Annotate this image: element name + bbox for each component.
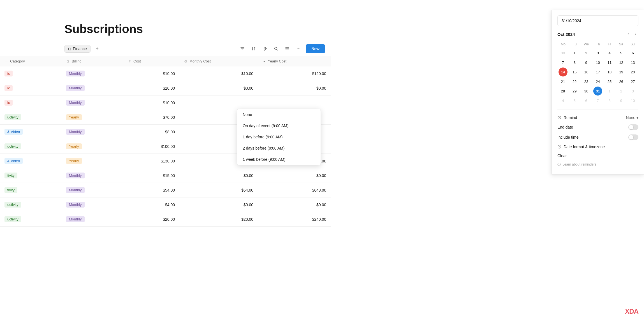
search-icon[interactable] (272, 45, 280, 53)
cell-cost: $100.00 (123, 141, 179, 152)
date-input[interactable] (557, 15, 638, 26)
calendar-day[interactable]: 7 (593, 96, 602, 105)
calendar-day[interactable]: 17 (593, 68, 602, 76)
calendar-day[interactable]: 30 (582, 87, 591, 96)
calendar-day[interactable]: 28 (559, 87, 567, 96)
cell-category: tivity (0, 184, 62, 196)
table-row[interactable]: tivity Monthly $54.00 $54.00 $648.00 (0, 183, 331, 197)
category-tag: uctivity (4, 216, 21, 222)
billing-tag: Monthly (66, 173, 85, 178)
sort-icon[interactable] (250, 45, 258, 53)
dropdown-item[interactable]: 2 days before (9:00 AM) (237, 143, 321, 154)
calendar-week-header: Th (592, 41, 604, 47)
add-tab-button[interactable]: + (94, 45, 101, 52)
cell-billing: Monthly (62, 68, 123, 79)
table-row[interactable]: ic Monthly $10.00 $10.00 $120.00 (0, 66, 331, 81)
calendar-day[interactable]: 14 (559, 68, 567, 76)
calendar-day[interactable]: 31 (593, 87, 602, 96)
calendar-grid: MoTuWeThFrSaSu 3012345678910111213141516… (557, 41, 638, 105)
lightning-icon[interactable] (261, 45, 269, 53)
calendar-day[interactable]: 20 (628, 68, 637, 76)
table-row[interactable]: ic Monthly $10.00 (0, 96, 331, 110)
calendar-day[interactable]: 8 (570, 58, 579, 67)
calendar-day[interactable]: 19 (617, 68, 626, 76)
cell-monthly-cost: $0.00 (179, 200, 258, 210)
table-row[interactable]: uctivity Monthly $20.00 $20.00 $240.00 (0, 212, 331, 227)
calendar-day[interactable]: 30 (559, 48, 567, 57)
dropdown-item[interactable]: 1 week before (9:00 AM) (237, 154, 321, 165)
calendar-day[interactable]: 7 (559, 58, 567, 67)
learn-row[interactable]: Learn about reminders (557, 160, 638, 169)
calendar-day[interactable]: 23 (582, 77, 591, 86)
clear-button[interactable]: Clear (557, 151, 638, 160)
calendar-day[interactable]: 18 (605, 68, 614, 76)
include-time-toggle[interactable] (628, 134, 638, 140)
billing-tag: Monthly (66, 71, 85, 76)
table-row[interactable]: tivity Monthly $15.00 $0.00 $0.00 (0, 168, 331, 183)
calendar-day[interactable]: 16 (582, 68, 591, 76)
category-tag: uctivity (4, 143, 21, 149)
calendar-day[interactable]: 11 (605, 58, 614, 67)
cell-yearly-cost: $0.00 (258, 171, 331, 181)
settings-icon[interactable] (283, 45, 291, 53)
more-icon[interactable]: ··· (295, 45, 302, 53)
billing-col-icon: ◷ (66, 59, 70, 63)
calendar-day[interactable]: 9 (617, 96, 626, 105)
new-button[interactable]: New (306, 44, 325, 53)
calendar-day[interactable]: 24 (593, 77, 602, 86)
page-title: Subscriptions (64, 22, 331, 41)
calendar-day[interactable]: 13 (628, 58, 637, 67)
calendar-day[interactable]: 2 (582, 48, 591, 57)
end-date-toggle[interactable] (628, 124, 638, 130)
calendar-day[interactable]: 1 (570, 48, 579, 57)
date-format-row[interactable]: Date format & timezone (557, 142, 638, 151)
calendar-day[interactable]: 5 (570, 96, 579, 105)
dropdown-item[interactable]: None (237, 109, 321, 120)
calendar-prev-button[interactable]: ‹ (625, 31, 631, 38)
calendar-day[interactable]: 3 (628, 87, 637, 96)
calendar-next-button[interactable]: › (633, 31, 638, 38)
calendar-day[interactable]: 22 (570, 77, 579, 86)
calendar-day[interactable]: 8 (605, 96, 614, 105)
category-tag: tivity (4, 173, 17, 178)
calendar-day[interactable]: 21 (559, 77, 567, 86)
calendar-day[interactable]: 29 (570, 87, 579, 96)
calendar-day[interactable]: 2 (617, 87, 626, 96)
cell-cost: $10.00 (123, 83, 179, 93)
calendar-day[interactable]: 6 (628, 48, 637, 57)
calendar-day[interactable]: 26 (617, 77, 626, 86)
cell-monthly-cost: $54.00 (179, 185, 258, 195)
calendar-day[interactable]: 6 (582, 96, 591, 105)
col-header-category: ☰ Category (0, 56, 62, 66)
include-time-row: Include time (557, 132, 638, 142)
table-row[interactable]: ic Monthly $10.00 $0.00 $0.00 (0, 81, 331, 96)
table-row[interactable]: uctivity Monthly $4.00 $0.00 $0.00 (0, 197, 331, 212)
dropdown-item[interactable]: 1 day before (9:00 AM) (237, 131, 321, 143)
cell-cost: $15.00 (123, 171, 179, 181)
calendar-day[interactable]: 3 (593, 48, 602, 57)
calendar-day[interactable]: 4 (605, 48, 614, 57)
calendar-day[interactable]: 1 (605, 87, 614, 96)
cell-billing: Monthly (62, 126, 123, 138)
calendar-day[interactable]: 5 (617, 48, 626, 57)
cell-category: ic (0, 82, 62, 94)
calendar-day[interactable]: 4 (559, 96, 567, 105)
calendar-day[interactable]: 10 (593, 58, 602, 67)
calendar-day[interactable]: 25 (605, 77, 614, 86)
cell-yearly-cost: $240.00 (258, 214, 331, 224)
filter-icon[interactable] (238, 45, 246, 53)
cell-cost: $20.00 (123, 214, 179, 224)
dropdown-item[interactable]: On day of event (9:00 AM) (237, 120, 321, 131)
calendar-day[interactable]: 15 (570, 68, 579, 76)
calendar-day[interactable]: 12 (617, 58, 626, 67)
finance-filter-tab[interactable]: ⊡ Finance (64, 45, 91, 53)
info-icon (557, 163, 561, 166)
calendar-day[interactable]: 10 (628, 96, 637, 105)
end-date-row: End date (557, 122, 638, 132)
date-format-icon (557, 145, 561, 149)
calendar-day[interactable]: 27 (628, 77, 637, 86)
category-tag: ic (4, 85, 13, 91)
cell-yearly-cost: $648.00 (258, 185, 331, 195)
calendar-day[interactable]: 9 (582, 58, 591, 67)
remind-value[interactable]: None ▾ (626, 115, 638, 120)
